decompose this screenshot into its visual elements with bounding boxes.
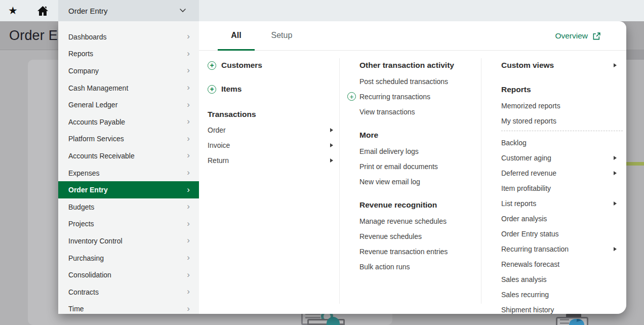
menu-item-manage-revenue-schedules[interactable]: Manage revenue schedules — [359, 214, 477, 229]
sidebar-item-expenses[interactable]: Expenses› — [58, 165, 199, 182]
sidebar-item-order-entry[interactable]: Order Entry› — [58, 181, 199, 198]
menu-item-sales-analysis[interactable]: Sales analysis — [501, 272, 623, 287]
mega-menu: Dashboards›Reports›Company›Cash Manageme… — [58, 21, 626, 314]
menu-item-revenue-transaction-entries[interactable]: Revenue transaction entries — [359, 244, 477, 259]
external-link-icon — [592, 32, 601, 40]
menu-item-print-or-email-documents[interactable]: Print or email documents — [359, 159, 477, 174]
menu-item-list-reports[interactable]: List reports — [501, 196, 623, 211]
chevron-right-icon: › — [187, 117, 190, 127]
menu-item-custom-views[interactable]: Custom views — [501, 59, 623, 71]
menu-item-items[interactable]: +Items — [208, 83, 339, 95]
menu-item-label: My stored reports — [501, 117, 556, 125]
page-title: Order E — [9, 28, 58, 44]
menu-item-label: New view email log — [359, 178, 420, 186]
chevron-right-icon: › — [187, 253, 190, 263]
submenu-arrow-icon — [330, 143, 333, 147]
menu-item-label: Backlog — [501, 139, 527, 147]
menu-item-new-view-email-log[interactable]: New view email log — [359, 174, 477, 189]
menu-item-memorized-reports[interactable]: Memorized reports — [501, 98, 623, 113]
flyout-tabs-row: All Setup Overview — [199, 21, 626, 51]
module-selector[interactable]: Order Entry — [58, 0, 199, 21]
sidebar-item-label: Reports — [68, 50, 187, 58]
sidebar-item-reports[interactable]: Reports› — [58, 46, 199, 63]
menu-item-label: Post scheduled transactions — [359, 77, 448, 86]
menu-item-order-entry-status[interactable]: Order Entry status — [501, 226, 623, 241]
sidebar-item-projects[interactable]: Projects› — [58, 216, 199, 233]
menu-item-group: OrderInvoiceReturn — [208, 123, 339, 168]
menu-item-bulk-action-runs[interactable]: Bulk action runs — [359, 259, 477, 274]
clipboard-line — [560, 319, 569, 320]
menu-item-shipment-history[interactable]: Shipment history — [501, 302, 623, 314]
menu-item-label: Order — [208, 126, 226, 134]
sidebar-item-budgets[interactable]: Budgets› — [58, 198, 199, 216]
menu-item-label: Recurring transaction — [501, 245, 569, 253]
sidebar-item-accounts-payable[interactable]: Accounts Payable› — [58, 113, 199, 131]
sidebar-item-label: Accounts Payable — [68, 118, 187, 126]
sidebar-item-cash-management[interactable]: Cash Management› — [58, 79, 199, 97]
sidebar-item-time[interactable]: Time› — [58, 301, 199, 314]
section-header-other-transaction-activity: Other transaction activity — [359, 59, 477, 71]
tab-setup[interactable]: Setup — [264, 21, 299, 51]
sidebar-item-contracts[interactable]: Contracts› — [58, 283, 199, 301]
tab-all[interactable]: All — [218, 21, 255, 51]
menu-item-label: Deferred revenue — [501, 169, 556, 177]
home-icon[interactable] — [37, 0, 49, 21]
menu-item-email-delivery-logs[interactable]: Email delivery logs — [359, 144, 477, 159]
menu-column-activity: Other transaction activityPost scheduled… — [359, 51, 477, 314]
chevron-right-icon: › — [187, 185, 190, 195]
sidebar-item-consolidation[interactable]: Consolidation› — [58, 266, 199, 283]
menu-item-label: Order Entry status — [501, 230, 559, 238]
clipboard-line — [560, 322, 569, 324]
sidebar-item-label: Accounts Receivable — [68, 152, 187, 160]
menu-item-group: BacklogCustomer agingDeferred revenueIte… — [501, 135, 623, 314]
sidebar-item-accounts-receivable[interactable]: Accounts Receivable› — [58, 147, 199, 165]
sidebar-item-label: Company — [68, 67, 187, 75]
menu-item-sales-recurring[interactable]: Sales recurring — [501, 287, 623, 302]
overview-link[interactable]: Overview — [555, 21, 601, 51]
section-divider — [501, 131, 623, 131]
menu-item-return[interactable]: Return — [208, 153, 339, 168]
menu-item-label: Revenue transaction entries — [359, 248, 448, 256]
menu-item-label: Custom views — [501, 61, 554, 70]
menu-item-view-transactions[interactable]: View transactions — [359, 104, 477, 119]
menu-item-order[interactable]: Order — [208, 123, 339, 138]
menu-item-recurring-transaction[interactable]: Recurring transaction — [501, 241, 623, 257]
menu-item-revenue-schedules[interactable]: Revenue schedules — [359, 229, 477, 244]
section-header-transactions: Transactions — [208, 108, 339, 120]
sidebar-item-label: Cash Management — [68, 84, 187, 92]
plus-circle-icon[interactable]: + — [208, 61, 216, 70]
sidebar-item-company[interactable]: Company› — [58, 62, 199, 79]
sidebar-item-purchasing[interactable]: Purchasing› — [58, 250, 199, 267]
chevron-down-icon — [180, 9, 186, 13]
menu-item-recurring-transactions[interactable]: +Recurring transactions — [359, 89, 477, 104]
chevron-right-icon: › — [187, 270, 190, 280]
sidebar-item-dashboards[interactable]: Dashboards› — [58, 28, 199, 46]
plus-circle-icon[interactable]: + — [347, 92, 356, 101]
submenu-arrow-icon — [614, 171, 617, 175]
sidebar-item-general-ledger[interactable]: General Ledger› — [58, 96, 199, 113]
menu-item-label: Print or email documents — [359, 162, 438, 171]
sidebar-item-inventory-control[interactable]: Inventory Control› — [58, 232, 199, 250]
menu-item-invoice[interactable]: Invoice — [208, 138, 339, 153]
menu-item-label: Email delivery logs — [359, 147, 419, 155]
plus-circle-icon[interactable]: + — [208, 85, 216, 94]
menu-item-deferred-revenue[interactable]: Deferred revenue — [501, 166, 623, 181]
favorites-star-icon[interactable]: ★ — [8, 0, 18, 21]
menu-item-customers[interactable]: +Customers — [208, 59, 339, 71]
section-header-revenue-recognition: Revenue recognition — [359, 199, 477, 211]
submenu-arrow-icon — [614, 201, 617, 206]
menu-item-customer-aging[interactable]: Customer aging — [501, 150, 623, 166]
menu-item-post-scheduled-transactions[interactable]: Post scheduled transactions — [359, 74, 477, 89]
menu-item-backlog[interactable]: Backlog — [501, 135, 623, 150]
menu-item-order-analysis[interactable]: Order analysis — [501, 211, 623, 226]
menu-item-label: Items — [221, 85, 242, 94]
menu-item-label: Sales recurring — [501, 291, 549, 299]
sidebar-item-label: Budgets — [68, 203, 187, 211]
chevron-right-icon: › — [187, 151, 190, 160]
menu-item-item-profitability[interactable]: Item profitability — [501, 181, 623, 196]
menu-item-label: Item profitability — [501, 184, 551, 192]
sidebar-item-platform-services[interactable]: Platform Services› — [58, 131, 199, 148]
overview-link-label: Overview — [555, 31, 588, 40]
menu-item-my-stored-reports[interactable]: My stored reports — [501, 113, 623, 129]
menu-item-renewals-forecast[interactable]: Renewals forecast — [501, 257, 623, 272]
